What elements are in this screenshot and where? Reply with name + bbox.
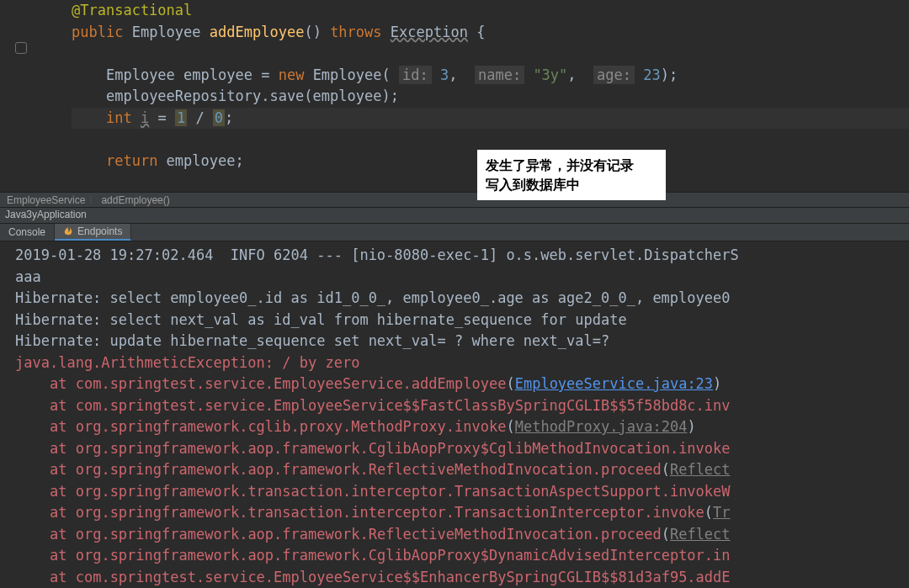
annotation-callout: 发生了异常，并没有记录 写入到数据库中	[477, 150, 666, 200]
stack-link[interactable]: Tr	[713, 504, 730, 521]
annotation: @Transactional	[72, 2, 192, 19]
exception-line: java.lang.ArithmeticException: / by zero	[15, 354, 359, 371]
tab-console[interactable]: Console	[0, 224, 55, 241]
stack-link[interactable]: EmployeeService.java:23	[515, 375, 713, 392]
tab-endpoints[interactable]: Endpoints	[55, 224, 131, 241]
chevron-right-icon: 〉	[88, 193, 98, 206]
breadcrumb[interactable]: EmployeeService 〉 addEmployee()	[0, 192, 909, 208]
highlighted-line: int i = 1 / 0;	[72, 108, 909, 130]
console-output[interactable]: 2019-01-28 19:27:02.464 INFO 6204 --- [n…	[0, 241, 909, 588]
param-hint-id: id:	[399, 66, 432, 84]
gutter-override-icon[interactable]	[15, 42, 27, 54]
stack-link[interactable]: Reflect	[670, 526, 731, 543]
code-block: @Transactional public Employee addEmploy…	[0, 0, 909, 172]
param-hint-name: name:	[475, 66, 524, 84]
stack-link[interactable]: Reflect	[670, 461, 731, 478]
console-tabs: Console Endpoints	[0, 224, 909, 241]
run-config-title[interactable]: Java3yApplication	[0, 208, 909, 224]
breadcrumb-class[interactable]: EmployeeService	[7, 194, 85, 206]
stack-link[interactable]: MethodProxy.java:204	[515, 418, 688, 435]
code-editor[interactable]: @Transactional public Employee addEmploy…	[0, 0, 909, 192]
param-hint-age: age:	[593, 66, 635, 84]
breadcrumb-method[interactable]: addEmployee()	[101, 194, 169, 206]
flame-icon	[63, 226, 73, 236]
